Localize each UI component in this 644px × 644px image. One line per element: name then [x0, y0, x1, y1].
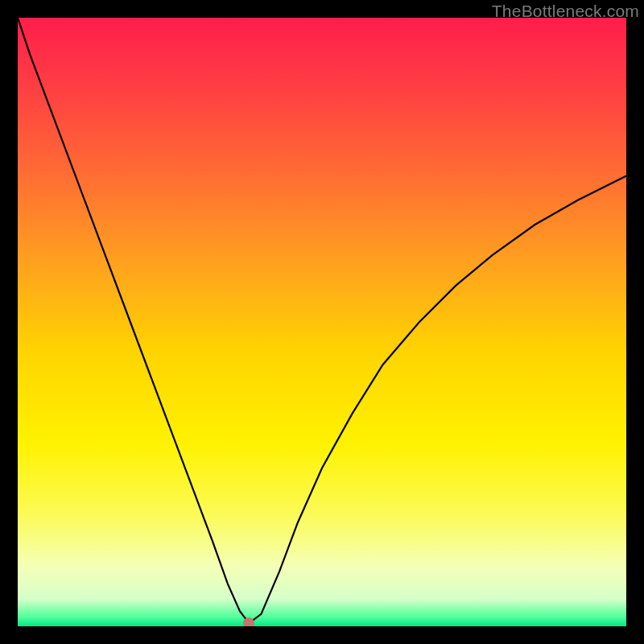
- chart-frame: TheBottleneck.com: [0, 0, 644, 644]
- watermark-text: TheBottleneck.com: [492, 2, 639, 21]
- bottleneck-curve: [18, 18, 626, 626]
- optimal-point-marker: [243, 617, 254, 626]
- plot-area: [18, 18, 626, 626]
